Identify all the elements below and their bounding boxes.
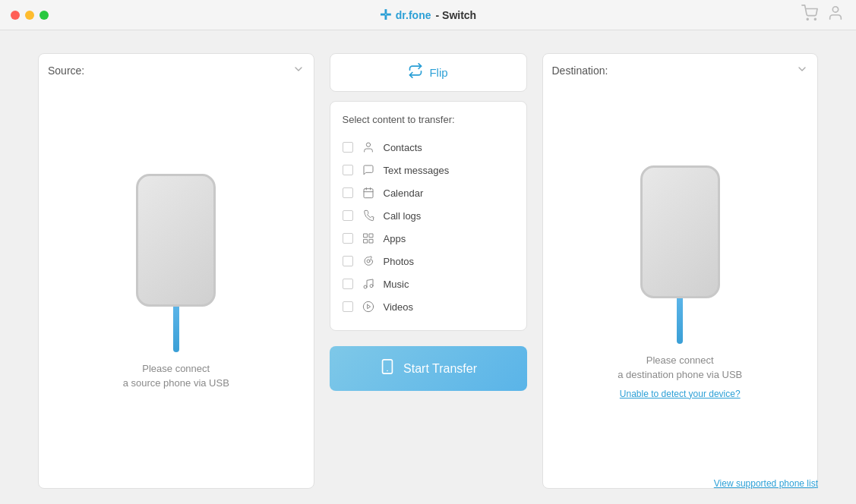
middle-panel: Flip Select content to transfer: Contact… xyxy=(330,53,527,489)
checkbox-apps[interactable] xyxy=(343,233,353,244)
logo-icon: ✛ xyxy=(380,7,391,24)
apps-icon xyxy=(361,231,376,246)
destination-phone-illustration: Please connect a destination phone via U… xyxy=(618,85,742,479)
music-label: Music xyxy=(384,279,409,290)
destination-label: Destination: xyxy=(552,65,608,77)
content-item-calendar[interactable]: Calendar xyxy=(343,181,514,204)
content-item-music[interactable]: Music xyxy=(343,272,514,295)
source-phone-cable xyxy=(173,307,179,352)
contacts-icon xyxy=(361,140,376,155)
music-icon xyxy=(361,276,376,291)
call-logs-icon xyxy=(361,208,376,223)
svg-rect-10 xyxy=(369,239,373,243)
transfer-icon xyxy=(379,358,396,379)
content-selector: Select content to transfer: Contacts xyxy=(330,101,527,331)
svg-rect-4 xyxy=(364,189,373,198)
svg-rect-11 xyxy=(364,239,368,243)
checkbox-photos[interactable] xyxy=(343,256,353,266)
apps-label: Apps xyxy=(384,233,406,244)
source-label: Source: xyxy=(48,65,84,77)
source-panel: Source: Please connect a source phone vi… xyxy=(38,53,314,489)
source-connect-text: Please connect a source phone via USB xyxy=(123,361,229,391)
supported-phone-list-link[interactable]: View supported phone list xyxy=(714,478,818,489)
destination-dropdown[interactable] xyxy=(796,63,808,77)
svg-point-12 xyxy=(367,260,370,263)
text-messages-label: Text messages xyxy=(384,165,450,176)
photos-icon xyxy=(361,254,376,269)
svg-rect-9 xyxy=(369,234,373,238)
videos-label: Videos xyxy=(384,301,414,313)
content-item-photos[interactable]: Photos xyxy=(343,250,514,272)
source-phone-illustration: Please connect a source phone via USB xyxy=(123,85,229,479)
profile-icon[interactable] xyxy=(827,5,844,25)
checkbox-text-messages[interactable] xyxy=(343,165,353,175)
footer-links: View supported phone list xyxy=(714,478,818,492)
call-logs-label: Call logs xyxy=(384,210,422,222)
start-transfer-button[interactable]: Start Transfer xyxy=(330,346,527,391)
svg-point-3 xyxy=(366,143,370,146)
flip-label: Flip xyxy=(429,66,447,79)
start-transfer-label: Start Transfer xyxy=(403,362,477,376)
cart-icon[interactable] xyxy=(801,5,818,25)
window-controls xyxy=(11,11,49,20)
checkbox-videos[interactable] xyxy=(343,301,353,312)
videos-icon xyxy=(361,299,376,314)
destination-phone-body xyxy=(640,165,720,298)
source-dropdown[interactable] xyxy=(292,63,305,77)
svg-point-0 xyxy=(807,18,808,20)
svg-point-15 xyxy=(363,301,373,311)
destination-phone-cable xyxy=(677,298,683,344)
content-item-apps[interactable]: Apps xyxy=(343,227,514,250)
checkbox-call-logs[interactable] xyxy=(343,210,353,221)
svg-point-14 xyxy=(370,285,373,288)
svg-rect-17 xyxy=(383,360,393,373)
flip-button[interactable]: Flip xyxy=(330,53,527,92)
main-content: Source: Please connect a source phone vi… xyxy=(0,30,856,504)
detect-device-link[interactable]: Unable to detect your device? xyxy=(620,389,741,399)
calendar-icon xyxy=(361,185,376,200)
calendar-label: Calendar xyxy=(384,187,424,199)
titlebar: ✛ dr.fone - Switch xyxy=(0,0,856,30)
destination-panel-header: Destination: xyxy=(552,63,809,77)
svg-point-13 xyxy=(364,285,367,288)
checkbox-music[interactable] xyxy=(343,279,353,289)
flip-icon xyxy=(408,63,423,82)
contacts-label: Contacts xyxy=(384,142,422,153)
destination-panel: Destination: Please connect a destinatio… xyxy=(542,53,819,489)
content-item-call-logs[interactable]: Call logs xyxy=(343,204,514,227)
header-icons xyxy=(801,5,844,25)
app-title: ✛ dr.fone - Switch xyxy=(380,7,476,24)
source-phone-body xyxy=(136,174,216,307)
svg-point-2 xyxy=(832,7,838,12)
svg-rect-8 xyxy=(364,234,368,238)
content-item-text-messages[interactable]: Text messages xyxy=(343,159,514,181)
svg-point-1 xyxy=(814,18,816,20)
close-button[interactable] xyxy=(11,11,20,20)
content-item-videos[interactable]: Videos xyxy=(343,295,514,318)
app-mode: - Switch xyxy=(435,9,476,21)
minimize-button[interactable] xyxy=(25,11,34,20)
content-item-contacts[interactable]: Contacts xyxy=(343,136,514,159)
source-panel-header: Source: xyxy=(48,63,305,77)
app-name: dr.fone xyxy=(396,9,431,21)
content-selector-title: Select content to transfer: xyxy=(343,114,514,125)
checkbox-calendar[interactable] xyxy=(343,187,353,198)
destination-connect-text: Please connect a destination phone via U… xyxy=(618,353,742,383)
svg-marker-16 xyxy=(367,304,370,308)
photos-label: Photos xyxy=(384,256,414,267)
maximize-button[interactable] xyxy=(39,11,49,20)
text-messages-icon xyxy=(361,162,376,178)
checkbox-contacts[interactable] xyxy=(343,142,353,153)
